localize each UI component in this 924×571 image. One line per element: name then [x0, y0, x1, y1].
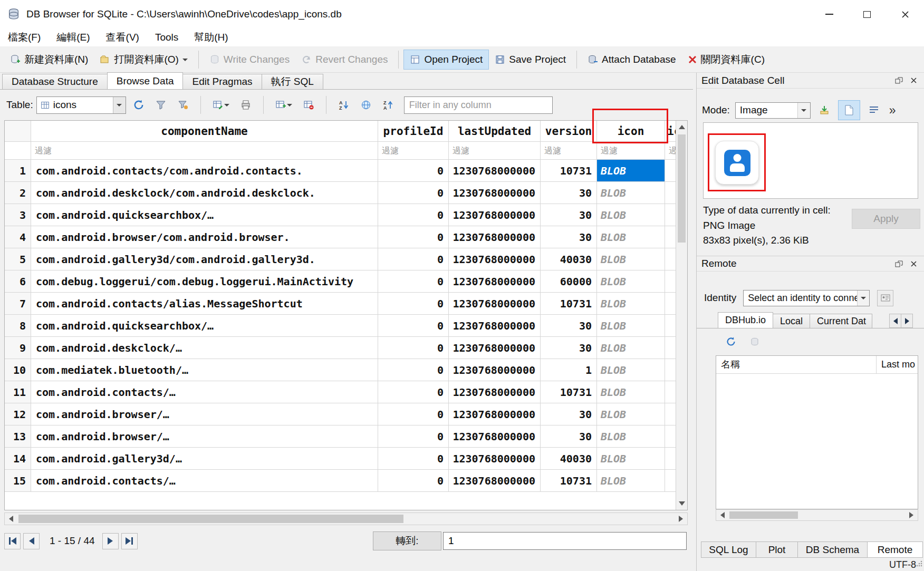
dock-tab-sql-log[interactable]: SQL Log — [701, 541, 756, 558]
cell-clipped[interactable] — [665, 315, 676, 337]
cell-version[interactable]: 10731 — [541, 381, 597, 403]
table-row[interactable]: 10com.mediatek.bluetooth/…01230768000000… — [5, 359, 676, 381]
apply-button[interactable]: Apply — [852, 209, 920, 229]
dock-tab-db-schema[interactable]: DB Schema — [797, 541, 868, 558]
cell-lastUpdated[interactable]: 1230768000000 — [449, 425, 541, 448]
float-panel-button[interactable] — [892, 75, 905, 86]
menu-help[interactable]: 幫助(H) — [186, 28, 236, 46]
open-database-button[interactable]: 打開資料庫(O) — [94, 49, 193, 70]
cell-clipped[interactable] — [665, 204, 676, 226]
cell-clipped[interactable] — [665, 160, 676, 182]
cell-icon[interactable]: BLOB — [597, 381, 665, 403]
cell-profileId[interactable]: 0 — [378, 448, 449, 470]
cell-clipped[interactable] — [665, 403, 676, 425]
resize-grip-icon[interactable] — [916, 558, 923, 570]
cell-icon[interactable]: BLOB — [597, 337, 665, 359]
scroll-right-button[interactable] — [905, 510, 918, 520]
clear-filters-button[interactable] — [151, 95, 170, 114]
tab-execute-sql[interactable]: 執行 SQL — [262, 74, 323, 89]
column-header-componentName[interactable]: componentName — [31, 121, 378, 142]
table-row[interactable]: 14com.android.gallery3d/…012307680000004… — [5, 448, 676, 470]
scroll-down-button[interactable] — [676, 497, 687, 510]
cell-lastUpdated[interactable]: 1230768000000 — [449, 293, 541, 315]
cell-profileId[interactable]: 0 — [378, 248, 449, 270]
table-row[interactable]: 12com.android.browser/…0123076800000030B… — [5, 403, 676, 425]
remote-horizontal-scrollbar[interactable] — [716, 509, 918, 521]
filter-version[interactable]: 過濾 — [541, 142, 597, 160]
delete-record-button[interactable] — [299, 95, 318, 114]
cell-profileId[interactable]: 0 — [378, 182, 449, 204]
insert-record-button[interactable] — [272, 95, 296, 114]
mode-select-arrow[interactable] — [797, 103, 810, 118]
cell-clipped[interactable] — [665, 226, 676, 248]
cell-componentName[interactable]: com.android.browser/… — [31, 403, 378, 425]
column-header-lastUpdated[interactable]: lastUpdated — [449, 121, 541, 142]
table-selector[interactable]: icons — [36, 96, 126, 114]
remote-refresh-button[interactable] — [722, 333, 740, 351]
vertical-scrollbar[interactable] — [676, 121, 687, 510]
edit-record-button[interactable] — [209, 95, 233, 114]
cell-profileId[interactable]: 0 — [378, 359, 449, 381]
table-row[interactable]: 4com.android.browser/com.android.browser… — [5, 226, 676, 248]
goto-input[interactable] — [443, 532, 687, 550]
cell-icon[interactable]: BLOB — [597, 470, 665, 492]
cell-clipped[interactable] — [665, 248, 676, 270]
column-header-version[interactable]: version — [541, 121, 597, 142]
write-changes-button[interactable]: Write Changes — [204, 50, 295, 69]
cell-componentName[interactable]: com.android.browser/com.android.browser. — [31, 226, 378, 248]
open-project-button[interactable]: Open Project — [403, 50, 489, 70]
cell-componentName[interactable]: com.mediatek.bluetooth/… — [31, 359, 378, 381]
table-row[interactable]: 9com.android.deskclock/…0123076800000030… — [5, 337, 676, 359]
table-row[interactable]: 1com.android.contacts/com.android.contac… — [5, 160, 676, 182]
cell-icon[interactable]: BLOB — [597, 204, 665, 226]
cell-version[interactable]: 30 — [541, 425, 597, 448]
cell-componentName[interactable]: com.android.deskclock/… — [31, 337, 378, 359]
cell-clipped[interactable] — [665, 337, 676, 359]
previous-page-button[interactable] — [23, 533, 40, 549]
cell-version[interactable]: 30 — [541, 182, 597, 204]
column-header-icon[interactable]: icon — [597, 121, 665, 142]
close-panel-button[interactable] — [907, 258, 920, 269]
close-button[interactable] — [886, 0, 924, 28]
cell-profileId[interactable]: 0 — [378, 204, 449, 226]
filter-clipped[interactable]: 過濾 — [665, 142, 676, 160]
cell-clipped[interactable] — [665, 182, 676, 204]
menu-file[interactable]: 檔案(F) — [0, 28, 49, 46]
overflow-chevron-icon[interactable]: » — [889, 103, 896, 118]
cell-icon[interactable]: BLOB — [597, 226, 665, 248]
table-row[interactable]: 7com.android.contacts/alias.MessageShort… — [5, 293, 676, 315]
cell-version[interactable]: 30 — [541, 403, 597, 425]
cell-version[interactable]: 30 — [541, 204, 597, 226]
sort-desc-button[interactable]: ZA — [379, 95, 398, 114]
menu-tools[interactable]: Tools — [147, 28, 186, 46]
scroll-left-button[interactable] — [5, 513, 17, 525]
close-panel-button[interactable] — [907, 75, 920, 86]
table-row[interactable]: 15com.android.contacts/…0123076800000010… — [5, 470, 676, 492]
remote-upload-button[interactable] — [746, 333, 764, 351]
float-panel-button[interactable] — [892, 258, 905, 269]
cell-clipped[interactable] — [665, 381, 676, 403]
new-database-button[interactable]: 新建資料庫(N) — [4, 49, 94, 70]
cell-profileId[interactable]: 0 — [378, 226, 449, 248]
tab-database-structure[interactable]: Database Structure — [2, 74, 108, 89]
tab-scroll-right-button[interactable] — [901, 314, 913, 328]
tab-browse-data[interactable]: Browse Data — [107, 72, 184, 89]
word-wrap-button[interactable] — [865, 101, 883, 119]
cell-icon[interactable]: BLOB — [597, 160, 665, 182]
table-row[interactable]: 11com.android.contacts/…0123076800000010… — [5, 381, 676, 403]
horizontal-scrollbar[interactable] — [4, 512, 688, 525]
cell-lastUpdated[interactable]: 1230768000000 — [449, 403, 541, 425]
cell-profileId[interactable]: 0 — [378, 160, 449, 182]
global-filter-input[interactable] — [404, 96, 553, 114]
cell-version[interactable]: 10731 — [541, 293, 597, 315]
scroll-left-button[interactable] — [716, 510, 729, 520]
cell-lastUpdated[interactable]: 1230768000000 — [449, 226, 541, 248]
last-page-button[interactable] — [121, 533, 138, 549]
refresh-button[interactable] — [129, 95, 148, 114]
filter-lastUpdated[interactable]: 過濾 — [449, 142, 541, 160]
cell-clipped[interactable] — [665, 425, 676, 448]
save-project-button[interactable]: Save Project — [489, 50, 572, 69]
cell-lastUpdated[interactable]: 1230768000000 — [449, 204, 541, 226]
cell-componentName[interactable]: com.android.contacts/com.android.contact… — [31, 160, 378, 182]
remote-column-lastmodified[interactable]: Last mo — [877, 356, 918, 373]
